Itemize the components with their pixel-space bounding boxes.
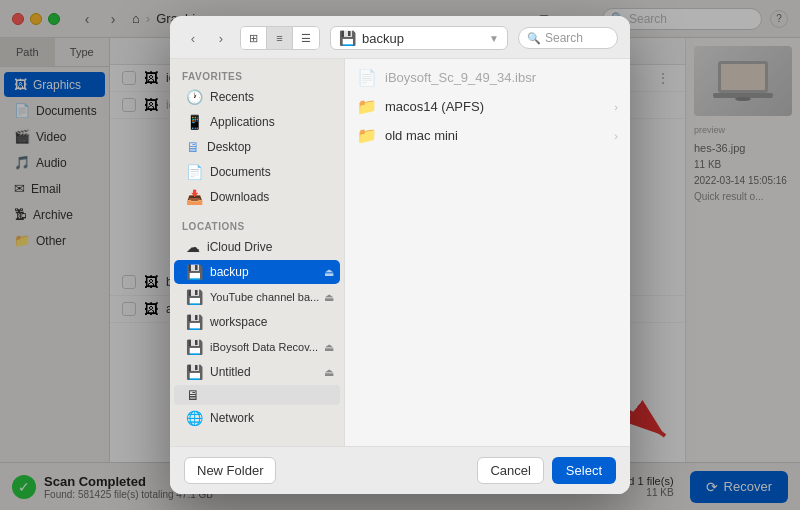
picker-search-placeholder: Search (545, 31, 583, 45)
picker-body: Favorites 🕐 Recents 📱 Applications 🖥 Des… (170, 59, 630, 446)
eject-iboysoft-icon[interactable]: ⏏ (324, 341, 334, 354)
picker-sidebar-item-iboysoft[interactable]: 💾 iBoysoft Data Recov... ⏏ (174, 335, 340, 359)
picker-location-icon: 💾 (339, 30, 356, 46)
new-folder-button[interactable]: New Folder (184, 457, 276, 484)
picker-back-button[interactable]: ‹ (182, 27, 204, 49)
picker-view-buttons: ⊞ ≡ ☰ (240, 26, 320, 50)
downloads-icon: 📥 (186, 189, 203, 205)
picker-sidebar-item-desktop[interactable]: 🖥 Desktop (174, 135, 340, 159)
eject-untitled-icon[interactable]: ⏏ (324, 366, 334, 379)
chevron-right-icon: › (614, 130, 618, 142)
picker-list-item[interactable]: 📄 iBoysoft_Sc_9_49_34.ibsr (345, 63, 630, 92)
file-picker-dialog: ‹ › ⊞ ≡ ☰ 💾 backup ▼ 🔍 Search (170, 16, 630, 494)
folder-oldmac-name: old mac mini (385, 128, 606, 143)
picker-location-selector[interactable]: 💾 backup ▼ (330, 26, 508, 50)
picker-file-list: 📄 iBoysoft_Sc_9_49_34.ibsr 📁 macos14 (AP… (345, 59, 630, 446)
workspace-drive-icon: 💾 (186, 314, 203, 330)
icloud-icon: ☁ (186, 239, 200, 255)
picker-search-bar[interactable]: 🔍 Search (518, 27, 618, 49)
picker-sidebar-item-icloud[interactable]: ☁ iCloud Drive (174, 235, 340, 259)
picker-search-icon: 🔍 (527, 32, 541, 45)
picker-forward-button[interactable]: › (210, 27, 232, 49)
file-ibsr-icon: 📄 (357, 68, 377, 87)
select-button[interactable]: Select (552, 457, 616, 484)
footer-buttons: Cancel Select (477, 457, 616, 484)
picker-sidebar-item-backup[interactable]: 💾 backup ⏏ (174, 260, 340, 284)
recents-icon: 🕐 (186, 89, 203, 105)
picker-sidebar-item-untitled[interactable]: 💾 Untitled ⏏ (174, 360, 340, 384)
picker-sidebar-item-workspace[interactable]: 💾 workspace (174, 310, 340, 334)
desktop-icon: 🖥 (186, 139, 200, 155)
picker-sidebar-item-youtube[interactable]: 💾 YouTube channel ba... ⏏ (174, 285, 340, 309)
picker-list-item[interactable]: 📁 old mac mini › (345, 121, 630, 150)
picker-sidebar-item-downloads[interactable]: 📥 Downloads (174, 185, 340, 209)
picker-list-item[interactable]: 📁 macos14 (APFS) › (345, 92, 630, 121)
picker-toolbar: ‹ › ⊞ ≡ ☰ 💾 backup ▼ 🔍 Search (170, 16, 630, 59)
picker-location-label: backup (362, 31, 483, 46)
locations-title: Locations (170, 217, 344, 234)
picker-sidebar-item-blurred[interactable]: 🖥 (174, 385, 340, 405)
favorites-section: Favorites 🕐 Recents 📱 Applications 🖥 Des… (170, 67, 344, 209)
picker-sidebar-item-applications[interactable]: 📱 Applications (174, 110, 340, 134)
youtube-drive-icon: 💾 (186, 289, 203, 305)
favorites-title: Favorites (170, 67, 344, 84)
iboysoft-drive-icon: 💾 (186, 339, 203, 355)
locations-section: Locations ☁ iCloud Drive 💾 backup ⏏ 💾 (170, 217, 344, 430)
network-icon: 🌐 (186, 410, 203, 426)
picker-list-view-button[interactable]: ≡ (267, 27, 293, 49)
folder-macos14-icon: 📁 (357, 97, 377, 116)
picker-sidebar-item-recents[interactable]: 🕐 Recents (174, 85, 340, 109)
folder-macos14-name: macos14 (APFS) (385, 99, 606, 114)
folder-oldmac-icon: 📁 (357, 126, 377, 145)
documents-folder-icon: 📄 (186, 164, 203, 180)
picker-sidebar-item-documents[interactable]: 📄 Documents (174, 160, 340, 184)
eject-backup-icon[interactable]: ⏏ (324, 266, 334, 279)
overlay-backdrop: ‹ › ⊞ ≡ ☰ 💾 backup ▼ 🔍 Search (0, 0, 800, 510)
picker-sidebar: Favorites 🕐 Recents 📱 Applications 🖥 Des… (170, 59, 345, 446)
applications-icon: 📱 (186, 114, 203, 130)
untitled-drive-icon: 💾 (186, 364, 203, 380)
app-window: ‹ › ⌂ › Graphics ⊞ ≡ 🔍 Search ? Path (0, 0, 800, 510)
cancel-button[interactable]: Cancel (477, 457, 543, 484)
picker-footer: New Folder Cancel Select (170, 446, 630, 494)
eject-youtube-icon[interactable]: ⏏ (324, 291, 334, 304)
backup-drive-icon: 💾 (186, 264, 203, 280)
chevron-right-icon: › (614, 101, 618, 113)
picker-sidebar-item-network[interactable]: 🌐 Network (174, 406, 340, 430)
file-ibsr-name: iBoysoft_Sc_9_49_34.ibsr (385, 70, 618, 85)
picker-icon-view-button[interactable]: ⊞ (241, 27, 267, 49)
blurred-drive-icon: 🖥 (186, 387, 200, 403)
picker-location-chevron-icon: ▼ (489, 33, 499, 44)
picker-column-view-button[interactable]: ☰ (293, 27, 319, 49)
